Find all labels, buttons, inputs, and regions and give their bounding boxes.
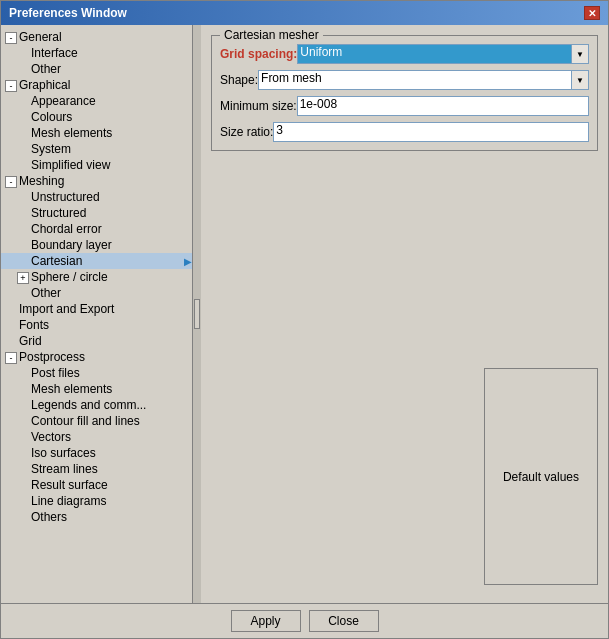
sidebar-item-label: Boundary layer (31, 238, 192, 252)
preferences-window: Preferences Window ✕ -GeneralInterfaceOt… (0, 0, 609, 639)
indent-spacer: - (1, 30, 19, 44)
indent-spacer (1, 190, 31, 204)
sidebar-item-label: General (19, 30, 192, 44)
combo-input-shape[interactable]: From mesh (258, 70, 571, 90)
form-row-minimum-size: Minimum size:1e-008 (220, 96, 589, 116)
field-label-shape: Shape: (220, 73, 258, 87)
sidebar-item-line-diagrams[interactable]: Line diagrams (1, 493, 192, 509)
indent-spacer (1, 446, 31, 460)
indent-spacer: - (1, 350, 19, 364)
resize-divider[interactable] (193, 25, 201, 603)
sidebar-item-system[interactable]: System (1, 141, 192, 157)
sidebar-item-label: Vectors (31, 430, 192, 444)
sidebar-item-import-export[interactable]: Import and Export (1, 301, 192, 317)
sidebar-item-label: Contour fill and lines (31, 414, 192, 428)
indent-spacer (1, 222, 31, 236)
sidebar-item-chordal-error[interactable]: Chordal error (1, 221, 192, 237)
sidebar-item-label: Post files (31, 366, 192, 380)
sidebar-item-result-surface[interactable]: Result surface (1, 477, 192, 493)
sidebar-item-stream-lines[interactable]: Stream lines (1, 461, 192, 477)
resize-handle[interactable] (194, 299, 200, 329)
selected-arrow: ▶ (184, 256, 192, 267)
sidebar-item-fonts[interactable]: Fonts (1, 317, 192, 333)
sidebar-item-interface[interactable]: Interface (1, 45, 192, 61)
sidebar-item-vectors[interactable]: Vectors (1, 429, 192, 445)
sidebar-item-appearance[interactable]: Appearance (1, 93, 192, 109)
sidebar-item-other-general[interactable]: Other (1, 61, 192, 77)
sidebar-item-contour-fill[interactable]: Contour fill and lines (1, 413, 192, 429)
sidebar-item-boundary-layer[interactable]: Boundary layer (1, 237, 192, 253)
sidebar-item-mesh-elements-p[interactable]: Mesh elements (1, 381, 192, 397)
field-label-minimum-size: Minimum size: (220, 99, 297, 113)
indent-spacer (1, 510, 31, 524)
sidebar-item-mesh-elements-g[interactable]: Mesh elements (1, 125, 192, 141)
default-values-button[interactable]: Default values (484, 368, 598, 585)
combo-arrow-grid-spacing[interactable]: ▼ (571, 44, 589, 64)
input-minimum-size[interactable]: 1e-008 (297, 96, 589, 116)
indent-spacer (1, 94, 31, 108)
sidebar-item-label: Structured (31, 206, 192, 220)
sidebar-item-graphical[interactable]: -Graphical (1, 77, 192, 93)
sidebar-item-label: Fonts (19, 318, 192, 332)
window-title: Preferences Window (9, 6, 127, 20)
expand-icon[interactable]: - (5, 32, 17, 44)
form-row-grid-spacing: Grid spacing:Uniform▼ (220, 44, 589, 64)
sidebar-item-iso-surfaces[interactable]: Iso surfaces (1, 445, 192, 461)
sidebar-item-others[interactable]: Others (1, 509, 192, 525)
field-label-size-ratio: Size ratio: (220, 125, 273, 139)
combo-arrow-shape[interactable]: ▼ (571, 70, 589, 90)
sidebar-item-label: Postprocess (19, 350, 192, 364)
sidebar-item-colours[interactable]: Colours (1, 109, 192, 125)
indent-spacer (1, 110, 31, 124)
expand-icon[interactable]: - (5, 80, 17, 92)
indent-spacer: - (1, 78, 19, 92)
sidebar-item-label: Unstructured (31, 190, 192, 204)
sidebar-item-other-meshing[interactable]: Other (1, 285, 192, 301)
combo-input-grid-spacing[interactable]: Uniform (297, 44, 571, 64)
sidebar: -GeneralInterfaceOther-GraphicalAppearan… (1, 25, 193, 603)
sidebar-item-label: Legends and comm... (31, 398, 192, 412)
sidebar-item-label: Import and Export (19, 302, 192, 316)
sidebar-item-grid[interactable]: Grid (1, 333, 192, 349)
sidebar-item-structured[interactable]: Structured (1, 205, 192, 221)
sidebar-item-label: Meshing (19, 174, 192, 188)
window-content: -GeneralInterfaceOther-GraphicalAppearan… (1, 25, 608, 603)
bottom-bar: Apply Close (1, 603, 608, 638)
combo-wrap-grid-spacing: Uniform▼ (297, 44, 589, 64)
sidebar-item-legends-comm[interactable]: Legends and comm... (1, 397, 192, 413)
sidebar-item-cartesian[interactable]: Cartesian▶ (1, 253, 192, 269)
sidebar-item-label: Mesh elements (31, 382, 192, 396)
sidebar-item-sphere-circle[interactable]: +Sphere / circle (1, 269, 192, 285)
sidebar-item-label: Mesh elements (31, 126, 192, 140)
sidebar-item-label: Sphere / circle (31, 270, 192, 284)
expand-icon[interactable]: + (17, 272, 29, 284)
expand-icon[interactable]: - (5, 176, 17, 188)
indent-spacer (1, 62, 31, 76)
sidebar-item-label: Other (31, 286, 192, 300)
indent-spacer (1, 142, 31, 156)
default-values-wrap: Default values (211, 368, 598, 585)
sidebar-item-unstructured[interactable]: Unstructured (1, 189, 192, 205)
sidebar-item-simplified-view[interactable]: Simplified view (1, 157, 192, 173)
input-size-ratio[interactable]: 3 (273, 122, 589, 142)
close-icon[interactable]: ✕ (584, 6, 600, 20)
indent-spacer (1, 366, 31, 380)
indent-spacer (1, 46, 31, 60)
close-button[interactable]: Close (309, 610, 379, 632)
indent-spacer (1, 478, 31, 492)
sidebar-item-post-files[interactable]: Post files (1, 365, 192, 381)
indent-spacer (1, 302, 19, 316)
combo-wrap-shape: From mesh▼ (258, 70, 589, 90)
indent-spacer: + (1, 270, 31, 284)
sidebar-item-meshing[interactable]: -Meshing (1, 173, 192, 189)
indent-spacer (1, 206, 31, 220)
expand-icon[interactable]: - (5, 352, 17, 364)
sidebar-item-postprocess[interactable]: -Postprocess (1, 349, 192, 365)
form-row-size-ratio: Size ratio:3 (220, 122, 589, 142)
sidebar-item-label: Interface (31, 46, 192, 60)
cartesian-mesher-group: Cartesian mesher Grid spacing:Uniform▼Sh… (211, 35, 598, 151)
sidebar-item-general[interactable]: -General (1, 29, 192, 45)
apply-button[interactable]: Apply (231, 610, 301, 632)
group-title: Cartesian mesher (220, 28, 323, 42)
sidebar-item-label: System (31, 142, 192, 156)
